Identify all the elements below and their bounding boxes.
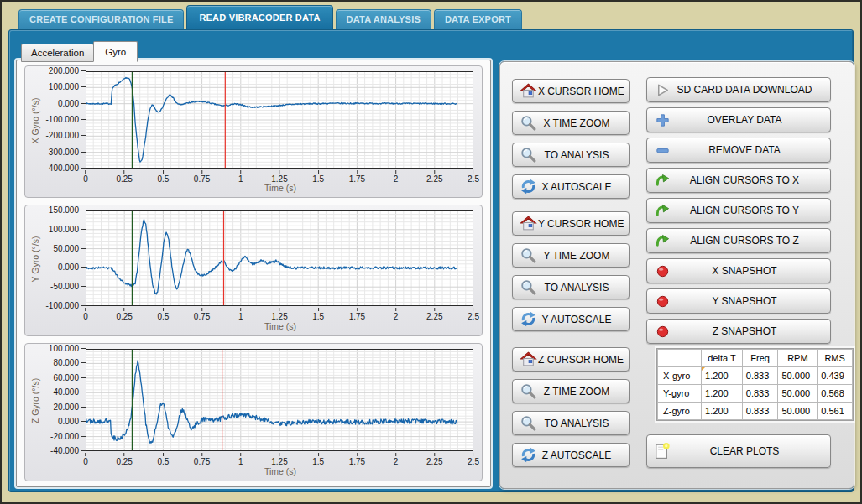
button-label: REMOVE DATA	[672, 144, 825, 156]
x-gyro-y-tick-labels: 200.000100.0000.000-100.000-200.000-300.…	[42, 71, 86, 169]
row-header-y-gyro: Y-gyro	[658, 385, 702, 403]
button-label: SD CARD DATA DOWNLOAD	[672, 84, 825, 96]
z-gyro-plot-area[interactable]	[86, 349, 475, 452]
tab-data-analysis[interactable]: DATA ANALYSIS	[336, 9, 431, 29]
y-gyro-y-axis-title: Y Gyro (°/s)	[29, 210, 42, 307]
main-tab-bar: CREATE CONFIGURATION FILEREAD VIBRACODER…	[18, 4, 522, 29]
tab-data-export[interactable]: DATA EXPORT	[434, 9, 522, 29]
button-label: X AUTOSCALE	[538, 181, 624, 193]
button-label: ALIGN CURSORS TO Z	[672, 235, 825, 247]
y-snapshot-button[interactable]: Y SNAPSHOT	[646, 288, 831, 314]
align-cursors-to-x-button[interactable]: ALIGN CURSORS TO X	[646, 168, 831, 193]
button-label: X TIME ZOOM	[538, 117, 624, 129]
row-header-x-gyro: X-gyro	[658, 367, 702, 385]
z-time-zoom-button[interactable]: Z TIME ZOOM	[512, 379, 630, 403]
z-gyro-y-axis-title: Z Gyro (°/s)	[29, 349, 42, 452]
x-time-zoom-button[interactable]: X TIME ZOOM	[512, 111, 630, 135]
z-autoscale-button[interactable]: Z AUTOSCALE	[512, 443, 630, 467]
x-gyro-x-axis-title: Time (s)	[86, 183, 475, 195]
y-gyro-x-axis-title: Time (s)	[86, 321, 475, 333]
tab-create-configuration-file[interactable]: CREATE CONFIGURATION FILE	[18, 9, 184, 29]
cell-z-gyro-delta-t: 1.200	[702, 403, 743, 420]
sd-card-data-download-button[interactable]: SD CARD DATA DOWNLOAD	[646, 77, 831, 102]
button-label: OVERLAY DATA	[672, 114, 825, 126]
table-corner	[658, 350, 702, 367]
cell-y-gyro-freq: 0.833	[742, 385, 778, 403]
row-header-z-gyro: Z-gyro	[658, 403, 702, 420]
record-icon	[652, 262, 672, 280]
magnifier-icon	[518, 114, 538, 132]
button-label: TO ANALYSIS	[538, 149, 624, 161]
z-gyro-x-tick-labels: 00.250.50.7511.251.51.7522.252.5	[86, 452, 475, 465]
home-icon	[518, 351, 538, 369]
overlay-data-button[interactable]: OVERLAY DATA	[646, 107, 831, 132]
button-label: Y SNAPSHOT	[672, 295, 825, 307]
y-cursor-home-button[interactable]: Y CURSOR HOME	[512, 211, 630, 236]
button-label: X CURSOR HOME	[538, 86, 633, 97]
button-label: Z TIME ZOOM	[538, 386, 624, 397]
table-row: Y-gyro1.2000.83350.0000.568	[658, 385, 853, 403]
curve-arrow-icon	[652, 201, 672, 220]
button-label: Y TIME ZOOM	[538, 250, 624, 262]
x-cursor-home-button[interactable]: X CURSOR HOME	[512, 79, 630, 103]
z-gyro-graph: Z Gyro (°/s)100.00080.00060.00040.00020.…	[24, 343, 483, 481]
refresh-icon	[518, 446, 538, 465]
to-analysis-button[interactable]: TO ANALYSIS	[512, 275, 630, 299]
x-snapshot-button[interactable]: X SNAPSHOT	[646, 258, 831, 283]
z-snapshot-button[interactable]: Z SNAPSHOT	[646, 319, 831, 344]
to-analysis-button[interactable]: TO ANALYSIS	[512, 143, 630, 167]
cell-y-gyro-delta-t: 1.200	[702, 385, 743, 403]
record-icon	[652, 322, 672, 340]
x-gyro-y-axis-title: X Gyro (°/s)	[29, 71, 42, 169]
gyro-plots-panel: X Gyro (°/s)200.000100.0000.000-100.000-…	[16, 60, 491, 487]
button-label: ALIGN CURSORS TO X	[672, 174, 825, 186]
y-gyro-y-tick-labels: 150.000100.00050.0000.000-50.000-100.000	[42, 210, 86, 306]
minus-icon	[652, 141, 672, 159]
subtab-gyro[interactable]: Gyro	[93, 41, 138, 62]
remove-data-button[interactable]: REMOVE DATA	[646, 138, 831, 163]
y-time-zoom-button[interactable]: Y TIME ZOOM	[512, 243, 630, 268]
home-icon	[518, 82, 538, 101]
cell-z-gyro-freq: 0.833	[742, 403, 778, 420]
button-label: X SNAPSHOT	[672, 265, 825, 277]
magnifier-icon	[518, 146, 538, 164]
button-label: Z AUTOSCALE	[538, 449, 624, 461]
record-icon	[652, 292, 672, 310]
magnifier-icon	[518, 382, 538, 401]
cell-x-gyro-rpm: 50.000	[778, 367, 818, 385]
z-gyro-x-axis-title: Time (s)	[86, 466, 475, 478]
column-header-delta-t: delta T	[702, 350, 743, 367]
x-gyro-x-tick-labels: 00.250.50.7511.251.51.7522.252.5	[86, 169, 475, 182]
window-frame: CREATE CONFIGURATION FILEREAD VIBRACODER…	[2, 2, 860, 502]
table-row: X-gyro1.2000.83350.0000.439	[658, 367, 853, 385]
refresh-icon	[518, 310, 538, 329]
cell-z-gyro-rpm: 50.000	[778, 403, 818, 420]
z-cursor-home-button[interactable]: Z CURSOR HOME	[512, 347, 630, 372]
column-header-rpm: RPM	[778, 350, 818, 367]
subtab-acceleration[interactable]: Acceleration	[21, 44, 94, 62]
y-autoscale-button[interactable]: Y AUTOSCALE	[512, 307, 630, 331]
cell-x-gyro-freq: 0.833	[742, 367, 778, 385]
x-autoscale-button[interactable]: X AUTOSCALE	[512, 174, 630, 199]
curve-arrow-icon	[652, 231, 672, 250]
button-label: CLEAR PLOTS	[672, 445, 825, 457]
y-gyro-plot-area[interactable]	[86, 210, 475, 307]
align-cursors-to-z-button[interactable]: ALIGN CURSORS TO Z	[646, 228, 831, 253]
button-label: TO ANALYSIS	[538, 418, 624, 429]
y-gyro-x-tick-labels: 00.250.50.7511.251.51.7522.252.5	[86, 307, 475, 320]
x-gyro-plot-area[interactable]	[86, 71, 475, 169]
plus-icon	[652, 111, 672, 129]
play-outline-icon	[652, 81, 672, 99]
cell-x-gyro-delta-t: 1.200	[702, 367, 743, 385]
to-analysis-button[interactable]: TO ANALYSIS	[512, 411, 630, 435]
align-cursors-to-y-button[interactable]: ALIGN CURSORS TO Y	[646, 198, 831, 223]
button-label: ALIGN CURSORS TO Y	[672, 205, 825, 216]
gyro-stats-table: delta TFreqRPMRMSX-gyro1.2000.83350.0000…	[656, 348, 854, 421]
cell-y-gyro-rms: 0.568	[818, 385, 853, 403]
page-icon	[652, 442, 672, 460]
clear-plots-button[interactable]: CLEAR PLOTS	[646, 434, 831, 468]
button-label: Y AUTOSCALE	[538, 314, 624, 325]
button-label: Z SNAPSHOT	[672, 325, 825, 337]
tab-read-vibracoder-data[interactable]: READ VIBRACODER DATA	[186, 5, 332, 29]
tab-page-read-vibracoder-data: AccelerationGyro X Gyro (°/s)200.000100.…	[8, 29, 854, 492]
